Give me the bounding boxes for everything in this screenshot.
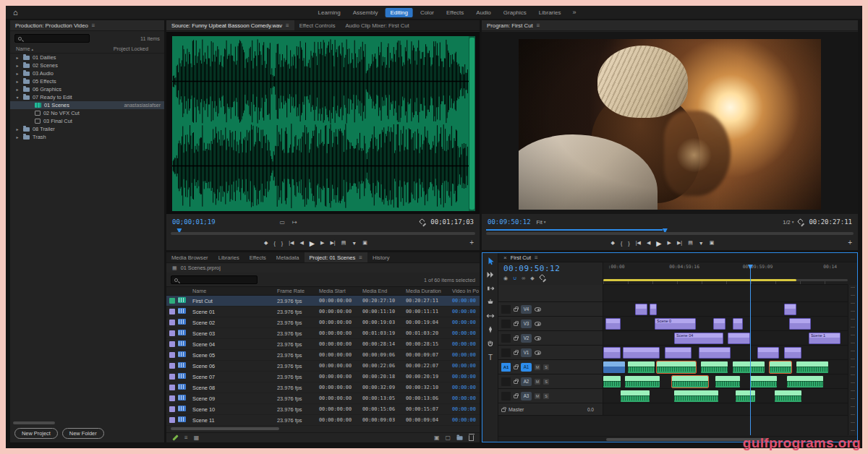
add-marker-icon[interactable]: ◆ bbox=[530, 275, 534, 281]
extract-button[interactable]: ▼ bbox=[352, 241, 357, 246]
workspace-overflow-icon[interactable]: » bbox=[573, 9, 576, 16]
track-lane-v4[interactable] bbox=[603, 302, 848, 316]
step-forward-button[interactable]: ▶ bbox=[320, 240, 324, 246]
timeline-clip[interactable] bbox=[796, 361, 828, 373]
mute-button[interactable]: M bbox=[535, 364, 540, 370]
add-marker-button[interactable]: ◆ bbox=[264, 240, 268, 246]
program-current-time[interactable]: 00:09:50:12 bbox=[488, 218, 531, 226]
column-header[interactable]: Name bbox=[191, 288, 276, 294]
source-scrubber[interactable] bbox=[171, 228, 475, 236]
mute-button[interactable]: M bbox=[535, 379, 540, 385]
timeline-clip[interactable] bbox=[750, 376, 777, 387]
snap-icon[interactable]: ∪ bbox=[513, 275, 516, 281]
track-target-button[interactable]: A1 bbox=[521, 363, 532, 372]
lock-icon[interactable] bbox=[514, 395, 518, 398]
timeline-clip[interactable] bbox=[635, 304, 647, 315]
settings-wrench-icon[interactable] bbox=[798, 219, 804, 226]
button-editor-plus[interactable]: + bbox=[469, 239, 474, 247]
timeline-clip[interactable] bbox=[623, 347, 660, 359]
track-lane-v3[interactable]: Scene 0 bbox=[603, 317, 848, 330]
panel-tab[interactable]: Audio Clip Mixer: First Cut bbox=[340, 20, 414, 31]
track-header-a1[interactable]: A1A1MS bbox=[498, 360, 603, 374]
program-video-frame[interactable] bbox=[519, 39, 821, 210]
timeline-clip[interactable] bbox=[733, 318, 743, 330]
timeline-clip[interactable] bbox=[605, 318, 620, 330]
timeline-clip[interactable] bbox=[775, 390, 801, 402]
hand-tool[interactable] bbox=[485, 339, 495, 348]
table-row[interactable]: Scene 0523.976 fps00:00:00:0000:00:09:06… bbox=[166, 350, 480, 361]
eye-icon[interactable] bbox=[535, 351, 541, 355]
panel-tab[interactable]: Effects bbox=[244, 252, 271, 263]
step-back-button[interactable]: ◀ bbox=[647, 240, 650, 246]
playback-resolution-dropdown[interactable]: 1/2▾ bbox=[783, 219, 793, 226]
ripple-edit-tool[interactable] bbox=[485, 284, 495, 293]
mark-in-button[interactable]: { bbox=[274, 241, 276, 246]
track-header-v1[interactable]: ·V1 bbox=[498, 346, 603, 359]
project-tree-item[interactable]: ▸01 Dailies bbox=[10, 53, 164, 61]
source-patch[interactable]: A1 bbox=[501, 363, 511, 372]
item-name[interactable]: Scene 07 bbox=[191, 374, 276, 380]
step-back-button[interactable]: ◀ bbox=[299, 240, 303, 246]
timeline-clip[interactable] bbox=[621, 390, 650, 402]
new-project-button[interactable]: New Project bbox=[14, 428, 58, 439]
breadcrumb[interactable]: 01 Scenes.prproj bbox=[181, 265, 221, 271]
eye-icon[interactable] bbox=[535, 307, 541, 312]
project-tree-item[interactable]: ▸06 Graphics bbox=[10, 85, 164, 93]
workspace-tab-color[interactable]: Color bbox=[415, 8, 439, 17]
export-frame-button[interactable]: ▣ bbox=[362, 240, 367, 246]
panel-tab[interactable]: History bbox=[367, 252, 395, 263]
workspace-tab-learning[interactable]: Learning bbox=[313, 8, 346, 17]
workspace-tab-assembly[interactable]: Assembly bbox=[348, 8, 383, 17]
table-row[interactable]: First Cut23.976 fps00:00:00:0000:20:27:1… bbox=[166, 296, 480, 307]
timeline-clip[interactable] bbox=[674, 390, 718, 402]
nest-toggle-icon[interactable]: ◉ bbox=[503, 275, 508, 281]
timeline-clip[interactable] bbox=[657, 361, 696, 373]
search-input[interactable] bbox=[171, 275, 258, 284]
lock-icon[interactable] bbox=[514, 322, 518, 326]
workspace-tab-graphics[interactable]: Graphics bbox=[498, 8, 532, 17]
go-to-in-button[interactable]: |◀ bbox=[636, 240, 641, 246]
item-name[interactable]: Scene 04 bbox=[191, 341, 276, 348]
label-color-chip[interactable] bbox=[166, 363, 176, 369]
close-icon[interactable]: × bbox=[503, 254, 507, 261]
go-to-out-button[interactable]: ▶| bbox=[677, 240, 682, 246]
table-row[interactable]: Scene 0723.976 fps00:00:00:0000:00:20:18… bbox=[166, 372, 480, 382]
type-tool[interactable]: T bbox=[485, 353, 495, 361]
scrub-bar[interactable] bbox=[171, 232, 475, 235]
eye-icon[interactable] bbox=[535, 322, 541, 326]
panel-menu-icon[interactable]: ≡ bbox=[92, 22, 95, 29]
workspace-tab-libraries[interactable]: Libraries bbox=[534, 8, 566, 17]
search-input[interactable] bbox=[14, 34, 90, 43]
chevron-right-icon[interactable]: ▸ bbox=[14, 134, 20, 140]
panel-tab[interactable]: Project: 01 Scenes≡ bbox=[305, 252, 367, 263]
item-name[interactable]: Scene 05 bbox=[191, 352, 276, 359]
timeline-clip[interactable] bbox=[672, 376, 709, 387]
track-target-button[interactable]: A2 bbox=[521, 377, 532, 386]
item-name[interactable]: Scene 10 bbox=[191, 406, 276, 413]
source-patch[interactable]: · bbox=[501, 320, 511, 328]
timeline-clip[interactable] bbox=[784, 304, 796, 315]
column-name[interactable]: Name▴ bbox=[16, 46, 33, 52]
project-tree-item[interactable]: ▸Trash bbox=[10, 133, 164, 141]
horizontal-scrollbar[interactable] bbox=[169, 427, 477, 431]
master-track-header[interactable]: Master 0.0 bbox=[498, 403, 603, 415]
source-patch[interactable]: · bbox=[501, 348, 511, 357]
add-marker-button[interactable]: ◆ bbox=[611, 240, 615, 246]
workspace-tab-effects[interactable]: Effects bbox=[441, 8, 469, 17]
chevron-right-icon[interactable]: ▸ bbox=[14, 55, 20, 60]
table-row[interactable]: Scene 0823.976 fps00:00:00:0000:00:32:09… bbox=[166, 382, 480, 393]
master-value[interactable]: 0.0 bbox=[587, 407, 594, 412]
lock-icon[interactable] bbox=[514, 380, 518, 384]
track-header-a2[interactable]: ·A2MS bbox=[498, 374, 603, 388]
edit-pencil-icon[interactable] bbox=[172, 434, 178, 440]
solo-button[interactable]: S bbox=[543, 379, 549, 385]
track-lane-v1[interactable] bbox=[603, 346, 848, 359]
solo-button[interactable]: S bbox=[543, 364, 549, 370]
lift-button[interactable]: ▤ bbox=[688, 240, 693, 246]
scrub-bar[interactable] bbox=[486, 232, 854, 235]
playhead[interactable] bbox=[750, 265, 751, 435]
timeline-clip[interactable] bbox=[770, 361, 791, 373]
drag-audio-icon[interactable]: ↦ bbox=[292, 219, 297, 226]
track-header-v4[interactable]: ·V4 bbox=[498, 302, 603, 316]
item-name[interactable]: Scene 09 bbox=[191, 395, 276, 402]
